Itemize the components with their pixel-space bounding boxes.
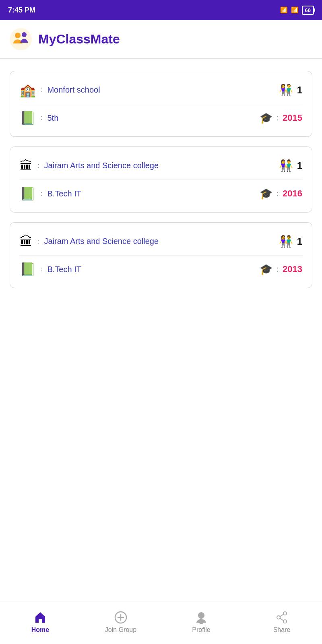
card-3-institution-left: 🏛 : Jairam Arts and Science college — [20, 235, 159, 248]
card-3-grade-row: 📗 : B.Tech IT 🎓 : 2013 — [20, 257, 302, 280]
nav-join-group[interactable]: Join Group — [80, 611, 161, 634]
card-2-year: 🎓 : 2016 — [260, 188, 302, 200]
members-icon-2: 👫 — [279, 159, 293, 172]
svg-point-9 — [283, 620, 287, 623]
main-content: 🏫 : Monfort school 👫 1 📗 : 5th 🎓 : 2015 — [0, 59, 322, 310]
grad-icon-3: 🎓 — [260, 263, 272, 276]
school-icon-3: 🏛 — [20, 235, 33, 248]
member-count-1: 1 — [297, 85, 302, 96]
book-icon-1: 📗 — [20, 111, 36, 124]
status-right: 📶 📶 60 — [280, 6, 314, 15]
svg-point-2 — [22, 32, 27, 37]
share-icon — [275, 611, 288, 624]
nav-share[interactable]: Share — [242, 611, 322, 634]
institution-name-2: Jairam Arts and Science college — [44, 161, 159, 170]
card-3-institution-row: 🏛 : Jairam Arts and Science college 👫 1 — [20, 231, 302, 256]
card-2-grade-row: 📗 : B.Tech IT 🎓 : 2016 — [20, 182, 302, 204]
card-3-year: 🎓 : 2013 — [260, 263, 302, 276]
svg-point-0 — [10, 28, 32, 50]
add-icon — [114, 611, 127, 624]
card-1-year: 🎓 : 2015 — [260, 112, 302, 124]
members-icon-1: 👫 — [279, 83, 293, 97]
sim-icon: 📶 — [280, 6, 288, 14]
year-1: 2015 — [283, 113, 302, 123]
card-2-institution-row: 🏛 : Jairam Arts and Science college 👫 1 — [20, 155, 302, 180]
grade-3: B.Tech IT — [47, 265, 81, 274]
member-count-2: 1 — [297, 160, 302, 171]
grade-2: B.Tech IT — [47, 189, 81, 198]
svg-point-8 — [277, 616, 280, 619]
card-3-members: 👫 1 — [279, 235, 302, 248]
home-icon — [34, 611, 47, 624]
members-icon-3: 👫 — [279, 235, 293, 248]
school-icon-1: 🏫 — [20, 84, 36, 97]
bottom-navigation: Home Join Group Profile Share — [0, 600, 322, 644]
nav-join-group-label: Join Group — [105, 626, 136, 634]
battery-indicator: 60 — [302, 6, 314, 15]
institution-name-3: Jairam Arts and Science college — [44, 237, 159, 246]
grad-icon-1: 🎓 — [260, 112, 272, 124]
member-count-3: 1 — [297, 236, 302, 247]
svg-point-1 — [15, 33, 21, 38]
profile-icon — [195, 611, 208, 624]
year-2: 2016 — [283, 188, 302, 199]
card-1-members: 👫 1 — [279, 83, 302, 97]
status-bar: 7:45 PM 📶 📶 60 — [0, 0, 322, 20]
card-2-members: 👫 1 — [279, 159, 302, 172]
app-header: MyClassMate — [0, 20, 322, 59]
group-card-1[interactable]: 🏫 : Monfort school 👫 1 📗 : 5th 🎓 : 2015 — [10, 71, 312, 137]
card-1-institution-row: 🏫 : Monfort school 👫 1 — [20, 79, 302, 104]
sim2-icon: 📶 — [291, 6, 299, 14]
nav-profile-label: Profile — [192, 626, 210, 634]
card-1-grade-row: 📗 : 5th 🎓 : 2015 — [20, 106, 302, 128]
svg-line-10 — [280, 614, 284, 617]
group-card-2[interactable]: 🏛 : Jairam Arts and Science college 👫 1 … — [10, 147, 312, 213]
book-icon-2: 📗 — [20, 187, 36, 200]
card-3-grade-left: 📗 : B.Tech IT — [20, 263, 81, 276]
institution-name-1: Monfort school — [47, 85, 100, 95]
card-1-grade-left: 📗 : 5th — [20, 111, 58, 124]
app-title: MyClassMate — [38, 32, 120, 47]
year-3: 2013 — [283, 264, 302, 275]
card-2-grade-left: 📗 : B.Tech IT — [20, 187, 81, 200]
grade-1: 5th — [47, 114, 58, 123]
card-2-institution-left: 🏛 : Jairam Arts and Science college — [20, 159, 159, 172]
svg-line-11 — [280, 618, 284, 621]
nav-home-label: Home — [31, 626, 49, 634]
status-time: 7:45 PM — [8, 6, 35, 14]
school-icon-2: 🏛 — [20, 159, 33, 172]
nav-share-label: Share — [273, 626, 291, 634]
card-1-institution-left: 🏫 : Monfort school — [20, 84, 100, 97]
book-icon-3: 📗 — [20, 263, 36, 276]
svg-point-7 — [283, 612, 287, 615]
group-card-3[interactable]: 🏛 : Jairam Arts and Science college 👫 1 … — [10, 222, 312, 288]
grad-icon-2: 🎓 — [260, 188, 272, 200]
nav-home[interactable]: Home — [0, 611, 80, 634]
app-logo — [10, 28, 32, 50]
nav-profile[interactable]: Profile — [161, 611, 242, 634]
